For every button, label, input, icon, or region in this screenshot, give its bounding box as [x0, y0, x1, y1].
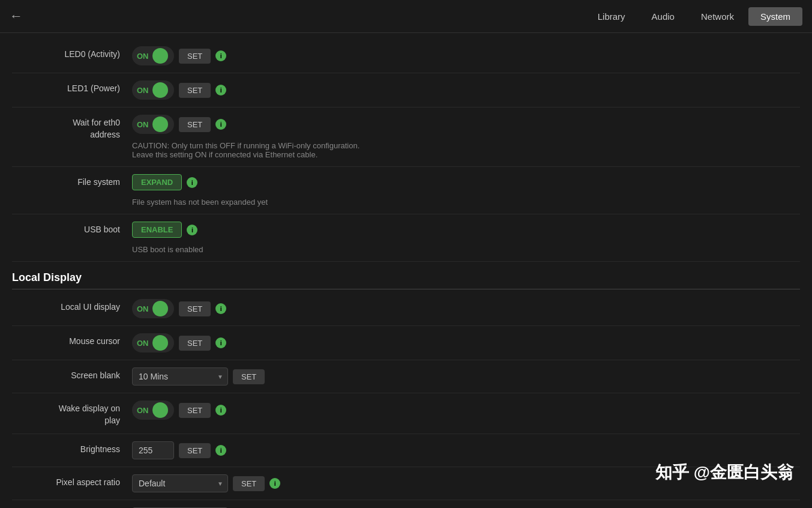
screen-blank-controls: Never 2 Mins 5 Mins 10 Mins 15 Mins 30 M…: [132, 367, 800, 386]
rotate-screen-row: Rotate screen 0 Deg 90 Deg 180 Deg 270 D…: [12, 500, 800, 508]
nav-tabs: Library Audio Network System: [586, 7, 802, 26]
filesystem-row: File system EXPAND i File system has not…: [12, 167, 800, 214]
filesystem-label: File system: [12, 174, 132, 189]
led1-power-label: LED1 (Power): [12, 80, 132, 95]
brightness-label: Brightness: [12, 441, 132, 456]
mouse-cursor-toggle-circle: [152, 335, 168, 351]
led1-info-icon[interactable]: i: [215, 85, 226, 95]
watermark: 知乎 @金匮白头翁: [655, 461, 794, 484]
tab-system[interactable]: System: [748, 7, 802, 26]
pixel-aspect-select[interactable]: Default 1:1 4:3 16:9: [132, 474, 228, 492]
brightness-input[interactable]: [132, 441, 174, 459]
local-display-header: Local Display: [12, 262, 800, 289]
led0-activity-controls: ON SET i: [132, 46, 800, 65]
filesystem-controls: EXPAND i File system has not been expand…: [132, 174, 800, 207]
mouse-cursor-row: Mouse cursor ON SET i: [12, 326, 800, 360]
led0-activity-toggle[interactable]: ON: [132, 46, 174, 65]
wake-display-toggle-label: ON: [137, 406, 149, 415]
brightness-info-icon[interactable]: i: [215, 445, 226, 456]
screen-blank-row: Screen blank Never 2 Mins 5 Mins 10 Mins…: [12, 360, 800, 393]
mouse-cursor-info-icon[interactable]: i: [215, 337, 226, 348]
mouse-cursor-toggle-label: ON: [137, 339, 149, 348]
usbboot-enable-button[interactable]: ENABLE: [132, 222, 182, 238]
main-content: LED0 (Activity) ON SET i LED1 (Power) ON…: [0, 33, 812, 508]
usbboot-info-icon[interactable]: i: [187, 225, 197, 235]
wait-eth0-toggle-circle: [152, 116, 168, 132]
led1-power-toggle[interactable]: ON: [132, 80, 174, 100]
local-ui-toggle-circle: [152, 301, 168, 316]
local-ui-controls: ON SET i: [132, 299, 800, 318]
filesystem-info-icon[interactable]: i: [187, 177, 197, 188]
tab-library[interactable]: Library: [586, 7, 637, 26]
local-ui-label: Local UI display: [12, 299, 132, 313]
brightness-set-button[interactable]: SET: [179, 443, 211, 458]
back-button[interactable]: ←: [10, 8, 23, 24]
local-ui-toggle-label: ON: [137, 304, 149, 313]
led1-power-row: LED1 (Power) ON SET i: [12, 73, 800, 107]
tab-network[interactable]: Network: [689, 7, 746, 26]
mouse-cursor-controls: ON SET i: [132, 333, 800, 352]
led1-toggle-circle: [152, 82, 168, 98]
wait-eth0-set-button[interactable]: SET: [179, 117, 211, 132]
wait-eth0-info-icon[interactable]: i: [215, 119, 226, 130]
mouse-cursor-label: Mouse cursor: [12, 333, 132, 348]
usbboot-row: USB boot ENABLE i USB boot is enabled: [12, 214, 800, 262]
wait-eth0-toggle[interactable]: ON: [132, 115, 174, 134]
led1-set-button[interactable]: SET: [179, 83, 211, 98]
led1-toggle-label: ON: [137, 86, 149, 95]
wake-display-controls: ON SET i: [132, 401, 800, 420]
led0-toggle-circle: [152, 48, 168, 64]
usbboot-label: USB boot: [12, 222, 132, 236]
wait-eth0-controls: ON SET i CAUTION: Only turn this OFF if …: [132, 115, 800, 159]
led0-info-icon[interactable]: i: [215, 50, 226, 61]
led0-set-button[interactable]: SET: [179, 49, 211, 64]
wake-display-toggle[interactable]: ON: [132, 401, 174, 420]
usbboot-description: USB boot is enabled: [132, 245, 800, 254]
brightness-controls: SET i: [132, 441, 800, 459]
screen-blank-label: Screen blank: [12, 367, 132, 382]
tab-audio[interactable]: Audio: [640, 7, 687, 26]
wake-display-set-button[interactable]: SET: [179, 403, 211, 418]
wake-display-toggle-circle: [152, 402, 168, 418]
local-ui-row: Local UI display ON SET i: [12, 292, 800, 326]
top-nav: ← Library Audio Network System: [0, 0, 812, 33]
led1-power-controls: ON SET i: [132, 80, 800, 100]
screen-blank-select[interactable]: Never 2 Mins 5 Mins 10 Mins 15 Mins 30 M…: [132, 367, 228, 386]
mouse-cursor-toggle[interactable]: ON: [132, 333, 174, 352]
usbboot-controls: ENABLE i USB boot is enabled: [132, 222, 800, 254]
pixel-aspect-select-wrapper: Default 1:1 4:3 16:9: [132, 474, 228, 492]
wait-eth0-label: Wait for eth0address: [12, 115, 132, 141]
pixel-aspect-set-button[interactable]: SET: [233, 476, 265, 491]
local-ui-info-icon[interactable]: i: [215, 303, 226, 314]
local-ui-toggle[interactable]: ON: [132, 299, 174, 318]
led0-toggle-label: ON: [137, 52, 149, 61]
wait-eth0-toggle-label: ON: [137, 120, 149, 129]
pixel-aspect-label: Pixel aspect ratio: [12, 474, 132, 489]
led0-activity-row: LED0 (Activity) ON SET i: [12, 39, 800, 73]
mouse-cursor-set-button[interactable]: SET: [179, 336, 211, 351]
pixel-aspect-info-icon[interactable]: i: [269, 478, 280, 489]
led0-activity-label: LED0 (Activity): [12, 46, 132, 61]
wake-display-info-icon[interactable]: i: [215, 405, 226, 416]
local-ui-set-button[interactable]: SET: [179, 301, 211, 316]
wait-eth0-row: Wait for eth0address ON SET i CAUTION: O…: [12, 107, 800, 167]
wait-eth0-description: CAUTION: Only turn this OFF if running a…: [132, 141, 800, 159]
filesystem-description: File system has not been expanded yet: [132, 198, 800, 207]
wake-display-row: Wake display onplay ON SET i: [12, 393, 800, 434]
filesystem-expand-button[interactable]: EXPAND: [132, 174, 182, 190]
wake-display-label: Wake display onplay: [12, 401, 132, 426]
screen-blank-select-wrapper: Never 2 Mins 5 Mins 10 Mins 15 Mins 30 M…: [132, 367, 228, 386]
screen-blank-set-button[interactable]: SET: [233, 369, 265, 384]
